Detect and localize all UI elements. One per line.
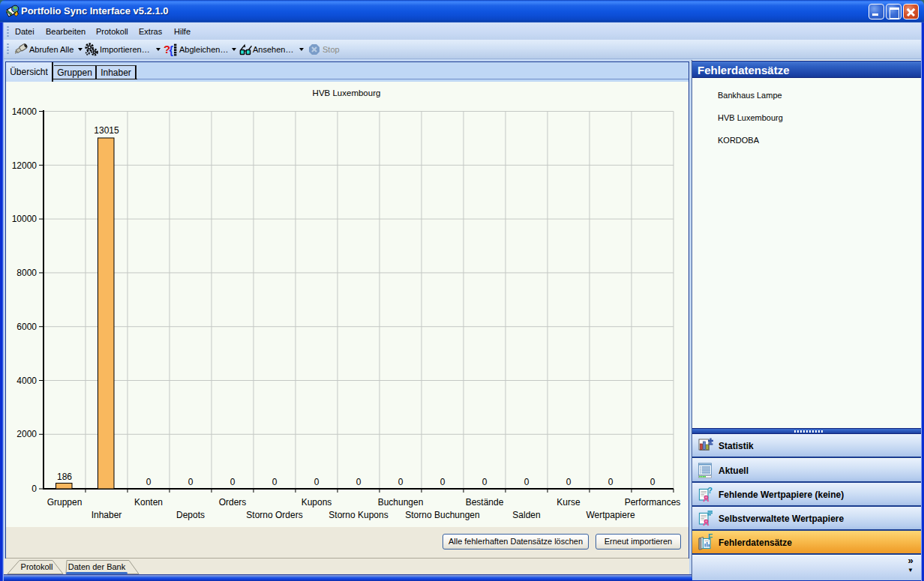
svg-text:Salden: Salden <box>512 510 540 520</box>
svg-text:14000: 14000 <box>12 106 38 117</box>
svg-text:0: 0 <box>32 484 37 494</box>
svg-text:Storno Kupons: Storno Kupons <box>328 510 388 520</box>
svg-text:Buchungen: Buchungen <box>378 497 424 508</box>
svg-text:Bestände: Bestände <box>466 497 504 508</box>
svg-text:0: 0 <box>314 477 320 487</box>
svg-text:{: { <box>170 44 174 56</box>
svg-text:Konten: Konten <box>134 497 163 508</box>
svg-text:0: 0 <box>272 477 278 487</box>
svg-text:0: 0 <box>440 477 446 487</box>
svg-text:6000: 6000 <box>16 322 37 332</box>
svg-text:12000: 12000 <box>12 160 38 171</box>
svg-text:2000: 2000 <box>16 429 37 439</box>
svg-text:F: F <box>708 534 712 541</box>
svg-text:10000: 10000 <box>12 214 38 224</box>
svg-text:Storno Buchungen: Storno Buchungen <box>405 510 479 520</box>
svg-text:Kupons: Kupons <box>302 497 332 508</box>
svg-text:0: 0 <box>482 477 488 487</box>
svg-text:0: 0 <box>524 477 530 487</box>
svg-text:8000: 8000 <box>16 268 37 278</box>
svg-text:Depots: Depots <box>176 510 205 520</box>
svg-text:?: ? <box>707 486 712 495</box>
svg-text:0: 0 <box>146 477 152 487</box>
svg-text:0: 0 <box>566 477 572 487</box>
svg-text:Orders: Orders <box>219 497 247 508</box>
svg-text:Kurse: Kurse <box>556 497 580 508</box>
svg-text:0: 0 <box>398 477 404 487</box>
svg-text:0: 0 <box>608 477 614 487</box>
svg-text:4000: 4000 <box>16 376 37 386</box>
svg-text:0: 0 <box>650 477 656 487</box>
svg-text:HVB Luxembourg: HVB Luxembourg <box>313 88 381 97</box>
svg-text:Gruppen: Gruppen <box>47 497 82 508</box>
svg-text:Storno Orders: Storno Orders <box>246 510 302 520</box>
svg-text:0: 0 <box>188 477 194 487</box>
svg-text:Wertpapiere: Wertpapiere <box>586 510 634 520</box>
svg-text:Performances: Performances <box>625 497 681 508</box>
svg-text:Inhaber: Inhaber <box>92 510 122 520</box>
svg-text:186: 186 <box>57 472 72 482</box>
svg-text:13015: 13015 <box>94 125 119 136</box>
svg-text:0: 0 <box>230 477 236 487</box>
svg-text:0: 0 <box>356 477 362 487</box>
